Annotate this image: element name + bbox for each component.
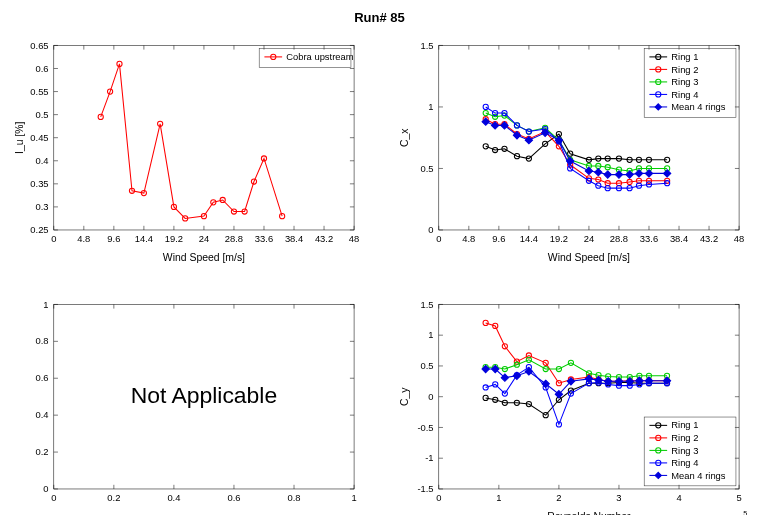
- svg-text:5: 5: [743, 509, 747, 515]
- svg-text:Reynolds Number: Reynolds Number: [547, 511, 631, 515]
- svg-text:1: 1: [496, 493, 501, 503]
- svg-text:4.8: 4.8: [462, 234, 475, 244]
- svg-text:2: 2: [556, 493, 561, 503]
- svg-text:Ring 3: Ring 3: [671, 77, 698, 87]
- svg-text:24: 24: [583, 234, 593, 244]
- svg-text:0.4: 0.4: [36, 410, 49, 420]
- svg-text:9.6: 9.6: [107, 234, 120, 244]
- svg-text:0.35: 0.35: [30, 179, 48, 189]
- svg-text:0: 0: [436, 493, 441, 503]
- svg-text:0.6: 0.6: [227, 493, 240, 503]
- svg-text:Wind Speed [m/s]: Wind Speed [m/s]: [547, 252, 629, 263]
- svg-text:5: 5: [736, 493, 741, 503]
- svg-text:14.4: 14.4: [519, 234, 537, 244]
- svg-text:48: 48: [349, 234, 359, 244]
- svg-text:C_x: C_x: [398, 128, 409, 147]
- svg-text:0.45: 0.45: [30, 133, 48, 143]
- svg-text:19.2: 19.2: [549, 234, 567, 244]
- svg-text:I_u [%]: I_u [%]: [14, 121, 25, 154]
- svg-text:33.6: 33.6: [255, 234, 273, 244]
- svg-text:-1: -1: [425, 453, 433, 463]
- svg-text:4: 4: [676, 493, 681, 503]
- svg-text:Mean 4 rings: Mean 4 rings: [671, 102, 726, 112]
- svg-text:0: 0: [428, 225, 433, 235]
- svg-text:33.6: 33.6: [639, 234, 657, 244]
- svg-text:1: 1: [428, 330, 433, 340]
- svg-text:28.8: 28.8: [609, 234, 627, 244]
- svg-text:0.8: 0.8: [287, 493, 300, 503]
- svg-text:C_y: C_y: [398, 386, 409, 405]
- svg-text:0.25: 0.25: [30, 225, 48, 235]
- panel-bottomright: 012345-1.5-1-0.500.511.5Reynolds NumberC…: [395, 292, 750, 515]
- svg-text:0: 0: [51, 493, 56, 503]
- svg-point-131: [483, 144, 488, 149]
- svg-text:1: 1: [351, 493, 356, 503]
- svg-text:0.2: 0.2: [107, 493, 120, 503]
- svg-text:0: 0: [436, 234, 441, 244]
- svg-point-163: [483, 110, 488, 115]
- svg-text:-0.5: -0.5: [417, 422, 433, 432]
- svg-text:1: 1: [428, 102, 433, 112]
- svg-text:1.5: 1.5: [420, 41, 433, 51]
- svg-text:28.8: 28.8: [225, 234, 243, 244]
- svg-text:Not Applicable: Not Applicable: [131, 382, 278, 408]
- svg-text:0.5: 0.5: [420, 361, 433, 371]
- svg-text:19.2: 19.2: [165, 234, 183, 244]
- svg-text:43.2: 43.2: [699, 234, 717, 244]
- svg-text:Mean 4 rings: Mean 4 rings: [671, 470, 726, 480]
- svg-text:38.4: 38.4: [285, 234, 303, 244]
- svg-text:14.4: 14.4: [135, 234, 153, 244]
- svg-text:3: 3: [616, 493, 621, 503]
- svg-text:Wind Speed [m/s]: Wind Speed [m/s]: [163, 252, 245, 263]
- svg-text:0.6: 0.6: [36, 373, 49, 383]
- svg-text:43.2: 43.2: [315, 234, 333, 244]
- svg-text:0.5: 0.5: [36, 110, 49, 120]
- svg-text:1.5: 1.5: [420, 299, 433, 309]
- svg-text:Ring 4: Ring 4: [671, 90, 698, 100]
- page-title: Run# 85: [10, 10, 749, 25]
- svg-text:0.55: 0.55: [30, 87, 48, 97]
- panel-bottomleft: 00.20.40.60.8100.20.40.60.81Not Applicab…: [10, 292, 365, 515]
- panel-topleft: 04.89.614.419.22428.833.638.443.2480.250…: [10, 33, 365, 272]
- panel-topright: 04.89.614.419.22428.833.638.443.24800.51…: [395, 33, 750, 272]
- svg-text:48: 48: [733, 234, 743, 244]
- svg-text:0.4: 0.4: [167, 493, 180, 503]
- svg-text:0.65: 0.65: [30, 41, 48, 51]
- svg-text:0.2: 0.2: [36, 447, 49, 457]
- svg-text:0.3: 0.3: [36, 202, 49, 212]
- svg-text:0.6: 0.6: [36, 64, 49, 74]
- svg-text:0: 0: [428, 391, 433, 401]
- svg-text:-1.5: -1.5: [417, 484, 433, 494]
- svg-text:Ring 2: Ring 2: [671, 65, 698, 75]
- svg-text:38.4: 38.4: [669, 234, 687, 244]
- svg-text:Ring 4: Ring 4: [671, 458, 698, 468]
- svg-rect-0: [54, 45, 354, 230]
- svg-text:0.4: 0.4: [36, 156, 49, 166]
- chart-grid: 04.89.614.419.22428.833.638.443.2480.250…: [10, 33, 749, 503]
- svg-text:0.8: 0.8: [36, 336, 49, 346]
- svg-text:Ring 1: Ring 1: [671, 52, 698, 62]
- svg-text:24: 24: [199, 234, 209, 244]
- svg-text:Ring 3: Ring 3: [671, 445, 698, 455]
- svg-text:0: 0: [51, 234, 56, 244]
- svg-text:1: 1: [43, 299, 48, 309]
- svg-text:0: 0: [43, 484, 48, 494]
- svg-text:Ring 1: Ring 1: [671, 420, 698, 430]
- svg-point-179: [483, 104, 488, 109]
- svg-text:4.8: 4.8: [77, 234, 90, 244]
- svg-text:Ring 2: Ring 2: [671, 433, 698, 443]
- svg-text:9.6: 9.6: [492, 234, 505, 244]
- svg-text:Cobra upstream: Cobra upstream: [286, 52, 353, 62]
- svg-text:0.5: 0.5: [420, 164, 433, 174]
